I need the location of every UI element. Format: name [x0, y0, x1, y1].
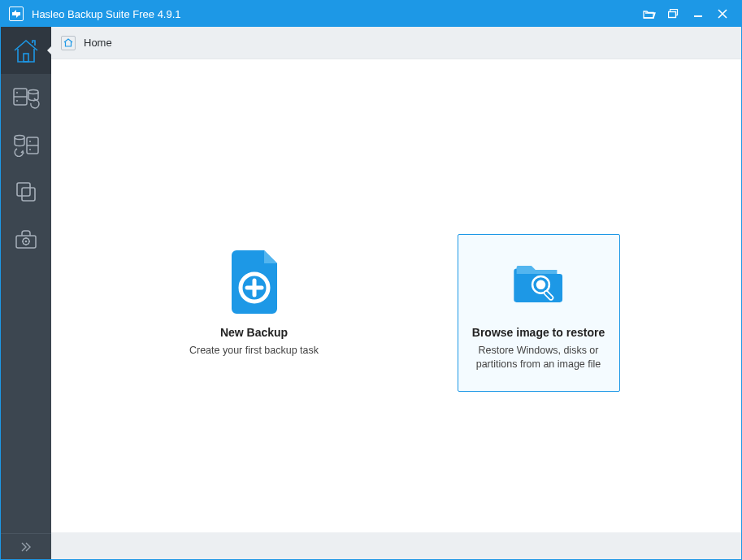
svg-rect-0 [12, 12, 20, 15]
tile-new-backup[interactable]: New Backup Create your first backup task [173, 234, 336, 392]
svg-rect-20 [17, 183, 30, 196]
svg-rect-21 [22, 188, 35, 201]
svg-point-18 [29, 141, 31, 142]
browse-restore-icon [511, 250, 566, 315]
svg-point-13 [16, 100, 18, 102]
content-area: Home New Backup Creat [51, 27, 741, 559]
minimize-button[interactable] [686, 1, 710, 27]
sidebar-item-copy[interactable] [1, 168, 51, 215]
sidebar-expand-button[interactable] [1, 533, 51, 559]
breadcrumb: Home [51, 27, 741, 59]
home-icon [61, 36, 76, 50]
svg-point-24 [25, 241, 28, 243]
svg-rect-9 [24, 54, 28, 62]
sidebar-item-tools[interactable] [1, 215, 51, 263]
svg-point-19 [29, 149, 31, 150]
bottom-strip [51, 532, 741, 559]
svg-line-32 [24, 243, 24, 244]
sidebar-item-clone[interactable] [1, 121, 51, 168]
svg-point-12 [16, 92, 18, 93]
svg-marker-1 [14, 10, 16, 12]
svg-point-15 [15, 136, 24, 140]
svg-marker-2 [16, 15, 19, 18]
restore-window-button[interactable] [662, 1, 686, 27]
main-panel: New Backup Create your first backup task [51, 59, 741, 532]
svg-rect-6 [694, 15, 702, 17]
svg-point-14 [28, 90, 38, 94]
sidebar-item-backup[interactable] [1, 74, 51, 121]
svg-line-31 [28, 239, 28, 240]
svg-rect-4 [669, 12, 676, 18]
app-logo-icon [9, 7, 24, 21]
breadcrumb-label: Home [84, 37, 112, 49]
window-title: Hasleo Backup Suite Free 4.9.1 [32, 8, 181, 20]
open-folder-button[interactable] [637, 1, 662, 27]
tile-title: Browse image to restore [472, 326, 605, 339]
svg-line-29 [24, 239, 24, 240]
tile-desc: Restore Windows, disks or partitions fro… [466, 344, 611, 371]
sidebar-item-home[interactable] [1, 27, 51, 74]
close-button[interactable] [710, 1, 735, 27]
tile-browse-restore[interactable]: Browse image to restore Restore Windows,… [458, 234, 620, 392]
titlebar: Hasleo Backup Suite Free 4.9.1 [1, 1, 741, 27]
svg-line-30 [28, 243, 28, 244]
new-backup-icon [227, 250, 282, 315]
tile-desc: Create your first backup task [189, 344, 319, 358]
sidebar [1, 27, 51, 559]
tile-title: New Backup [220, 326, 288, 339]
